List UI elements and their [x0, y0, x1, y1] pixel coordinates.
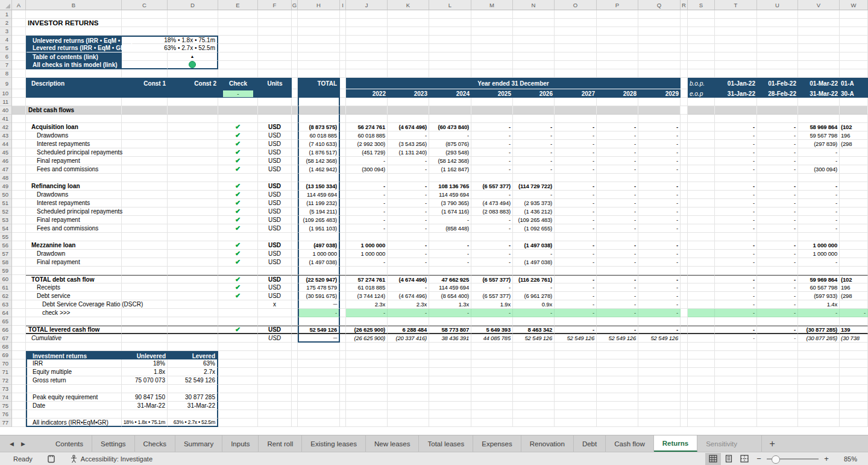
cell[interactable]	[757, 44, 798, 52]
row-number[interactable]: 76	[0, 410, 12, 419]
cell[interactable]	[346, 19, 388, 27]
cell[interactable]	[168, 69, 218, 78]
cell[interactable]	[688, 258, 715, 267]
cell[interactable]	[346, 52, 388, 61]
cell[interactable]	[340, 393, 346, 402]
row-number[interactable]: 59	[0, 267, 12, 275]
cell[interactable]	[122, 258, 168, 267]
cell[interactable]	[122, 233, 168, 241]
cell[interactable]	[298, 317, 340, 326]
cell[interactable]	[429, 174, 471, 182]
cell[interactable]	[12, 89, 26, 98]
cell[interactable]	[688, 191, 715, 199]
cell[interactable]	[340, 115, 346, 123]
cell[interactable]	[388, 10, 429, 19]
cell[interactable]	[555, 385, 597, 393]
cell[interactable]	[12, 419, 26, 427]
cell[interactable]	[346, 410, 388, 419]
cell[interactable]	[597, 19, 638, 27]
cell[interactable]	[638, 376, 681, 385]
cell[interactable]	[715, 343, 757, 351]
cell[interactable]	[168, 275, 218, 283]
row-number[interactable]: 45	[0, 148, 12, 157]
cell[interactable]	[715, 317, 757, 326]
cell[interactable]	[258, 44, 292, 52]
cell[interactable]	[122, 140, 168, 148]
cell[interactable]	[471, 410, 513, 419]
row-number[interactable]: 49	[0, 182, 12, 191]
cell[interactable]	[715, 368, 757, 376]
cell[interactable]	[298, 368, 340, 376]
cell[interactable]	[122, 148, 168, 157]
cell[interactable]	[258, 106, 292, 115]
cell[interactable]	[513, 233, 555, 241]
cell[interactable]	[681, 207, 688, 216]
cell[interactable]	[258, 410, 292, 419]
cell[interactable]	[12, 368, 26, 376]
cell[interactable]	[429, 10, 471, 19]
cell[interactable]	[513, 98, 555, 106]
row-number[interactable]: 9	[0, 78, 12, 89]
cell[interactable]	[555, 393, 597, 402]
row-number[interactable]: 47	[0, 165, 12, 174]
cell[interactable]	[26, 317, 122, 326]
cell[interactable]	[258, 385, 292, 393]
row-number[interactable]: 52	[0, 207, 12, 216]
cell[interactable]	[471, 419, 513, 427]
cell[interactable]	[168, 106, 218, 115]
cell[interactable]	[258, 419, 292, 427]
cell[interactable]	[681, 19, 688, 27]
cell[interactable]	[340, 207, 346, 216]
cell[interactable]	[798, 410, 840, 419]
cell[interactable]	[168, 131, 218, 140]
cell[interactable]	[638, 115, 681, 123]
cell[interactable]	[388, 27, 429, 36]
cell[interactable]	[688, 148, 715, 157]
cell[interactable]	[688, 115, 715, 123]
cell[interactable]	[471, 351, 513, 359]
cell[interactable]	[340, 123, 346, 131]
row-number[interactable]: 68	[0, 343, 12, 351]
cell[interactable]	[638, 402, 681, 410]
cell[interactable]	[292, 233, 298, 241]
row-number[interactable]: 1	[0, 10, 12, 19]
cell[interactable]	[681, 351, 688, 359]
cell[interactable]	[715, 419, 757, 427]
zoom-slider-thumb[interactable]	[772, 455, 780, 464]
cell[interactable]	[168, 267, 218, 275]
cell[interactable]	[597, 385, 638, 393]
cell[interactable]	[681, 376, 688, 385]
cell[interactable]	[26, 174, 122, 182]
cell[interactable]	[292, 351, 298, 359]
cell[interactable]	[840, 317, 868, 326]
cell[interactable]	[298, 36, 340, 44]
cell[interactable]	[471, 393, 513, 402]
cell[interactable]	[688, 309, 715, 317]
row-number[interactable]: 7	[0, 61, 12, 69]
cell[interactable]	[471, 368, 513, 376]
cell[interactable]	[292, 343, 298, 351]
cell[interactable]	[840, 402, 868, 410]
cell[interactable]	[638, 385, 681, 393]
cell[interactable]	[681, 89, 688, 98]
cell[interactable]	[258, 233, 292, 241]
cell[interactable]	[597, 368, 638, 376]
cell[interactable]	[715, 10, 757, 19]
cell[interactable]	[513, 368, 555, 376]
cell[interactable]	[429, 69, 471, 78]
cell[interactable]	[757, 27, 798, 36]
cell[interactable]	[122, 191, 168, 199]
cell[interactable]	[429, 27, 471, 36]
cell[interactable]	[638, 61, 681, 69]
cell[interactable]	[292, 216, 298, 224]
cell[interactable]	[555, 61, 597, 69]
cell[interactable]	[218, 359, 258, 368]
cell[interactable]	[471, 52, 513, 61]
cell[interactable]	[12, 241, 26, 250]
cell[interactable]	[688, 275, 715, 283]
cell[interactable]	[340, 27, 346, 36]
cell[interactable]	[26, 267, 122, 275]
cell[interactable]	[681, 385, 688, 393]
cell[interactable]	[688, 27, 715, 36]
cell[interactable]	[12, 343, 26, 351]
